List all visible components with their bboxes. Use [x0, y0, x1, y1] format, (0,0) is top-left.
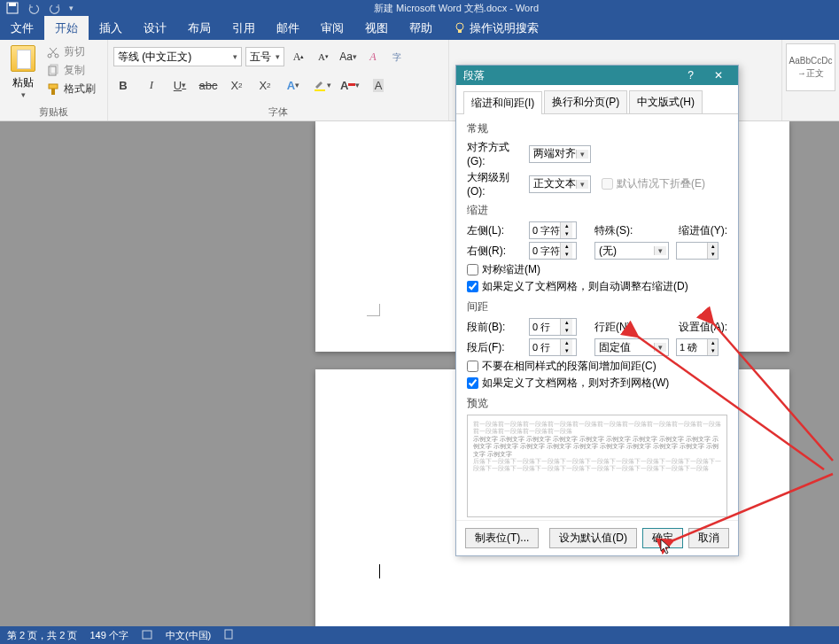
no-same-style-spacing-checkbox[interactable]: 不要在相同样式的段落间增加间距(C) [467, 359, 727, 374]
tab-review[interactable]: 审阅 [310, 16, 354, 40]
superscript-button[interactable]: X2 [255, 75, 275, 95]
tab-mailings[interactable]: 邮件 [266, 16, 310, 40]
spacing-at-label: 设置值(A): [679, 320, 727, 335]
shrink-font-button[interactable]: A▾ [313, 47, 334, 66]
dialog-title: 段落 [463, 68, 485, 83]
snap-to-grid-checkbox[interactable]: 如果定义了文档网格，则对齐到网格(W) [467, 376, 727, 391]
no-same-style-spacing-input[interactable] [467, 361, 478, 372]
tab-indent-spacing[interactable]: 缩进和间距(I) [463, 91, 542, 114]
tab-references[interactable]: 引用 [221, 16, 266, 40]
snap-to-grid-input[interactable] [467, 377, 478, 389]
spin-down-icon[interactable]: ▾ [708, 347, 718, 355]
text-effects-button[interactable]: A▾ [284, 75, 303, 95]
subscript-button[interactable]: X2 [227, 75, 246, 95]
format-painter-button[interactable]: 格式刷 [44, 81, 97, 97]
paragraph-dialog: 段落 ? ✕ 缩进和间距(I) 换行和分页(P) 中文版式(H) 常规 对齐方式… [455, 65, 739, 556]
indent-right-spinner[interactable]: ▴▾ [529, 242, 577, 260]
space-after-spinner[interactable]: ▴▾ [529, 338, 577, 356]
auto-adjust-indent-checkbox[interactable]: 如果定义了文档网格，则自动调整右缩进(D) [467, 279, 727, 294]
italic-button[interactable]: I [142, 75, 161, 95]
highlight-button[interactable]: ▾ [312, 75, 331, 95]
track-changes-icon[interactable] [223, 628, 236, 642]
dialog-help-button[interactable]: ? [688, 69, 694, 81]
auto-adjust-indent-input[interactable] [467, 281, 478, 292]
word-count[interactable]: 149 个字 [89, 629, 128, 642]
underline-button[interactable]: U ▾ [170, 75, 190, 95]
scissors-icon [46, 45, 60, 59]
spin-down-icon[interactable]: ▾ [561, 230, 572, 238]
indent-left-value[interactable] [530, 225, 560, 236]
tab-view[interactable]: 视图 [354, 16, 399, 40]
spin-up-icon[interactable]: ▴ [708, 339, 718, 347]
indent-label: 缩进 [467, 203, 727, 218]
spacing-at-spinner[interactable]: ▴▾ [676, 338, 719, 356]
alignment-select[interactable]: 两端对齐 ▾ [529, 145, 591, 163]
tab-design[interactable]: 设计 [133, 16, 177, 40]
spin-down-icon[interactable]: ▾ [561, 251, 572, 259]
tab-cjk-layout[interactable]: 中文版式(H) [629, 90, 703, 113]
clipboard-group-label: 剪贴板 [5, 104, 102, 119]
font-size-select[interactable]: 五号 ▾ [245, 47, 284, 66]
outline-level-select[interactable]: 正文文本 ▾ [529, 175, 591, 193]
spin-up-icon[interactable]: ▴ [708, 243, 718, 251]
clear-formatting-button[interactable]: A [362, 47, 384, 66]
dialog-titlebar[interactable]: 段落 ? ✕ [456, 66, 738, 85]
change-case-button[interactable]: Aa▾ [338, 47, 359, 66]
indent-right-label: 右侧(R): [467, 244, 525, 259]
indent-by-value[interactable] [677, 245, 707, 256]
font-color-button[interactable]: A▾ [340, 75, 360, 95]
style-normal[interactable]: AaBbCcDc →正文 [786, 43, 835, 91]
undo-icon[interactable] [27, 1, 41, 15]
spacing-at-value[interactable] [677, 342, 707, 353]
space-before-spinner[interactable]: ▴▾ [529, 318, 577, 336]
line-spacing-select[interactable]: 固定值 ▾ [594, 338, 669, 356]
tab-home[interactable]: 开始 [44, 16, 89, 40]
spin-down-icon[interactable]: ▾ [708, 251, 718, 259]
page-count[interactable]: 第 2 页，共 2 页 [7, 629, 77, 642]
bold-button[interactable]: B [113, 75, 133, 95]
indent-by-spinner[interactable]: ▴▾ [676, 242, 719, 260]
special-indent-select[interactable]: (无) ▾ [594, 242, 669, 260]
redo-icon[interactable] [48, 1, 62, 15]
language-status[interactable]: 中文(中国) [166, 629, 211, 642]
dialog-close-button[interactable]: ✕ [706, 69, 731, 81]
clipboard-group: 粘贴 ▾ 剪切 复制 格式刷 剪贴板 [0, 40, 108, 120]
spin-down-icon[interactable]: ▾ [561, 347, 572, 355]
tabs-button[interactable]: 制表位(T)... [465, 528, 539, 548]
indent-right-value[interactable] [530, 245, 560, 256]
indent-left-spinner[interactable]: ▴▾ [529, 221, 577, 239]
line-spacing-label: 行距(N): [594, 320, 633, 335]
spin-down-icon[interactable]: ▾ [561, 327, 572, 335]
phonetic-guide-button[interactable]: 字 [387, 47, 408, 66]
copy-button[interactable]: 复制 [44, 62, 97, 79]
font-name-select[interactable]: 等线 (中文正文) ▾ [113, 47, 242, 66]
tab-file[interactable]: 文件 [0, 16, 44, 40]
save-icon[interactable] [5, 1, 19, 15]
proofing-icon[interactable] [141, 628, 153, 642]
strikethrough-button[interactable]: abc [198, 75, 218, 95]
tell-me-search[interactable]: 操作说明搜索 [443, 16, 549, 40]
character-shading-button[interactable]: A [369, 75, 388, 95]
paste-icon [11, 45, 35, 72]
space-after-value[interactable] [530, 342, 560, 353]
tab-help[interactable]: 帮助 [399, 16, 443, 40]
tab-line-breaks[interactable]: 换行和分页(P) [544, 90, 627, 113]
tab-insert[interactable]: 插入 [89, 16, 133, 40]
paste-button[interactable]: 粘贴 ▾ [5, 43, 41, 101]
spin-up-icon[interactable]: ▴ [561, 243, 572, 251]
qat-dropdown-icon[interactable]: ▾ [69, 4, 74, 12]
ok-button[interactable]: 确定 [642, 528, 683, 548]
style-name: →正文 [797, 67, 824, 80]
mirror-indent-checkbox[interactable]: 对称缩进(M) [467, 262, 727, 277]
cut-button[interactable]: 剪切 [44, 43, 97, 60]
cancel-button[interactable]: 取消 [688, 528, 729, 548]
spin-up-icon[interactable]: ▴ [561, 339, 572, 347]
spin-up-icon[interactable]: ▴ [561, 222, 572, 230]
svg-point-2 [456, 23, 463, 30]
mirror-indent-input[interactable] [467, 264, 478, 275]
space-before-value[interactable] [530, 322, 560, 332]
spin-up-icon[interactable]: ▴ [561, 319, 572, 327]
set-default-button[interactable]: 设为默认值(D) [549, 528, 637, 548]
tab-layout[interactable]: 布局 [177, 16, 221, 40]
grow-font-button[interactable]: A▴ [288, 47, 309, 66]
